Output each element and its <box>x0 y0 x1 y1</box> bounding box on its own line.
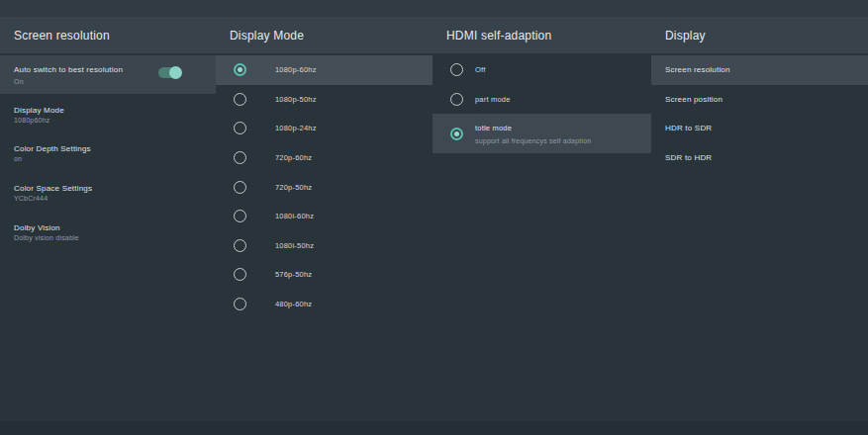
menu-item-screen-resolution[interactable]: Screen resolution <box>651 55 868 85</box>
option-totle-mode[interactable]: totle mode support all frequencys self a… <box>433 114 651 153</box>
menu-item-screen-position[interactable]: Screen position <box>651 85 868 115</box>
option-1080p-50hz[interactable]: 1080p-50hz <box>216 85 433 115</box>
menu-item-label: Screen resolution <box>665 65 730 74</box>
option-label: Off <box>475 65 485 74</box>
toggle-knob-icon <box>169 66 182 79</box>
option-label: 480p-60hz <box>275 300 312 308</box>
panel-display: Display Screen resolution Screen positio… <box>651 0 868 435</box>
setting-value: 1080p60hz <box>14 117 49 124</box>
radio-icon <box>234 93 246 106</box>
setting-value: Dolby vision disable <box>14 234 79 241</box>
setting-label: Color Space Settings <box>14 184 92 193</box>
setting-label: Auto switch to best resolution <box>14 65 123 74</box>
option-label: 1080p-60hz <box>275 65 317 74</box>
option-label: 1080p-24hz <box>275 124 317 132</box>
setting-value: On <box>14 78 24 85</box>
setting-label: Color Depth Settings <box>14 144 91 153</box>
radio-icon <box>234 210 246 222</box>
option-1080i-50hz[interactable]: 1080i-50hz <box>216 231 433 261</box>
tv-settings-screen: Screen resolution Auto switch to best re… <box>0 0 868 435</box>
option-label: part mode <box>475 95 511 104</box>
panel-screen-resolution: Screen resolution Auto switch to best re… <box>0 0 216 435</box>
panel-title-display-mode: Display Mode <box>216 17 433 53</box>
option-576p-50hz[interactable]: 576p-50hz <box>216 260 433 290</box>
option-description: support all frequencys self adaption <box>475 137 591 144</box>
setting-item-display-mode[interactable]: Display Mode 1080p60hz <box>0 95 216 134</box>
option-720p-50hz[interactable]: 720p-50hz <box>216 172 433 202</box>
setting-item-color-depth[interactable]: Color Depth Settings on <box>0 133 216 173</box>
option-label: 576p-50hz <box>275 270 312 279</box>
option-1080p-24hz[interactable]: 1080p-24hz <box>216 114 433 143</box>
radio-icon <box>234 298 246 310</box>
radio-icon <box>234 181 246 194</box>
menu-item-sdr-to-hdr[interactable]: SDR to HDR <box>651 143 868 173</box>
radio-selected-icon <box>234 63 246 76</box>
setting-item-dolby-vision[interactable]: Dolby Vision Dolby vision disable <box>0 213 216 252</box>
panel-display-mode: Display Mode 1080p-60hz 1080p-50hz 1080p… <box>216 0 433 435</box>
radio-selected-icon <box>450 128 463 140</box>
radio-icon <box>450 63 463 76</box>
option-label: 1080i-60hz <box>275 212 314 220</box>
radio-icon <box>234 151 246 164</box>
setting-item-color-space[interactable]: Color Space Settings YCbCr444 <box>0 173 216 213</box>
radio-icon <box>234 268 246 281</box>
option-label: totle mode <box>475 124 591 132</box>
option-label: 1080i-50hz <box>275 241 314 250</box>
setting-label: Display Mode <box>14 106 64 115</box>
setting-value: on <box>14 155 22 162</box>
menu-item-label: Screen position <box>665 95 723 104</box>
auto-switch-toggle[interactable] <box>158 67 181 78</box>
setting-value: YCbCr444 <box>14 195 48 202</box>
option-label: 720p-50hz <box>275 183 312 192</box>
option-1080p-60hz[interactable]: 1080p-60hz <box>216 55 433 85</box>
radio-icon <box>450 93 463 106</box>
radio-icon <box>234 239 246 252</box>
menu-item-hdr-to-sdr[interactable]: HDR to SDR <box>651 114 868 143</box>
panel-title-hdmi-self-adaption: HDMI self-adaption <box>433 17 651 53</box>
option-label: 720p-60hz <box>275 153 312 162</box>
panel-title-display: Display <box>651 17 868 53</box>
setting-label: Dolby Vision <box>14 223 60 232</box>
panel-title-screen-resolution: Screen resolution <box>0 17 216 53</box>
menu-item-label: HDR to SDR <box>665 124 712 132</box>
radio-icon <box>234 122 246 134</box>
option-720p-60hz[interactable]: 720p-60hz <box>216 143 433 173</box>
option-label: 1080p-50hz <box>275 95 317 104</box>
option-off[interactable]: Off <box>433 55 651 85</box>
option-part-mode[interactable]: part mode <box>433 85 651 115</box>
option-1080i-60hz[interactable]: 1080i-60hz <box>216 202 433 231</box>
panel-hdmi-self-adaption: HDMI self-adaption Off part mode totle m… <box>433 0 651 435</box>
setting-item-auto-switch[interactable]: Auto switch to best resolution On <box>0 55 216 94</box>
option-480p-60hz[interactable]: 480p-60hz <box>216 290 433 319</box>
menu-item-label: SDR to HDR <box>665 153 712 162</box>
